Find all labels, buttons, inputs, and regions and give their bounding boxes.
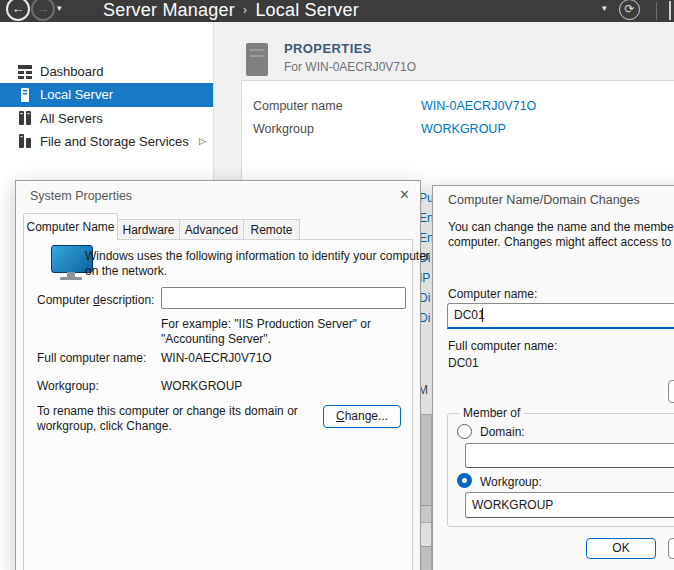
input-value: WORKGROUP [472, 498, 553, 512]
input-value: DC01 [454, 308, 485, 322]
nav-history-caret-icon[interactable]: ▾ [57, 3, 62, 13]
dialog-body-text: You can change the name and the membersh… [448, 220, 674, 234]
workgroup-input[interactable]: WORKGROUP [465, 492, 674, 518]
sidebar-item-label: File and Storage Services [40, 134, 189, 149]
computer-name-input[interactable]: DC01 [447, 303, 674, 329]
server-icon [17, 87, 33, 103]
clipped-value-link[interactable]: Di [419, 291, 433, 305]
sidebar-item-dashboard[interactable]: Dashboard [0, 60, 213, 83]
rename-hint-text: workgroup, click Change. [37, 419, 172, 433]
button-label: C [336, 409, 345, 423]
forward-arrow-icon: → [37, 1, 50, 16]
system-properties-dialog: System Properties ✕ Computer Name Hardwa… [15, 180, 421, 570]
dialog-info-text: on the network. [85, 264, 167, 278]
change-button[interactable]: Change... [323, 405, 401, 428]
tab-label: Advanced [185, 223, 238, 237]
computer-name-label: Computer name: [448, 287, 537, 301]
tab-label: Remote [250, 223, 292, 237]
properties-tile-icon [246, 43, 268, 76]
full-computer-name-label: Full computer name: [448, 339, 557, 353]
workgroup-radio-label: Workgroup: [480, 475, 542, 489]
sidebar-item-label: Dashboard [40, 64, 104, 79]
top-nav-bar: ← → ▾ Server Manager›Local Server ▾ ⟳ [0, 0, 674, 22]
workgroup-link[interactable]: WORKGROUP [421, 122, 506, 136]
clipped-value-link[interactable]: IP [419, 271, 433, 285]
clipped-value-link[interactable]: En [419, 211, 433, 225]
domain-radio-label: Domain: [480, 425, 525, 439]
clipped-value-link[interactable]: Pu [419, 191, 433, 205]
sidebar-item-file-storage-services[interactable]: File and Storage Services ▷ [0, 130, 213, 153]
button-label: hange... [345, 409, 388, 423]
sidebar-item-all-servers[interactable]: All Servers [0, 107, 213, 130]
breadcrumb: Server Manager›Local Server [103, 0, 359, 21]
domain-input[interactable] [465, 443, 674, 468]
servers-icon [17, 110, 33, 126]
tab-hardware[interactable]: Hardware [117, 219, 180, 241]
tab-computer-name[interactable]: Computer Name [23, 213, 118, 241]
toolbar-separator [656, 2, 657, 20]
manage-caret-icon[interactable]: ▾ [602, 3, 607, 13]
clipped-value-link[interactable]: Di [419, 311, 433, 325]
computer-description-input[interactable] [161, 287, 406, 309]
cancel-button-clipped[interactable] [668, 538, 674, 559]
dialog-title: System Properties [30, 189, 132, 203]
computer-name-link[interactable]: WIN-0AECRJ0V71O [421, 99, 536, 113]
ok-button[interactable]: OK [586, 538, 656, 559]
close-icon[interactable]: ✕ [399, 187, 410, 202]
full-computer-name-label: Full computer name: [37, 351, 146, 365]
expand-arrow-icon[interactable]: ▷ [199, 136, 206, 146]
breadcrumb-app-title: Server Manager [103, 0, 235, 20]
properties-subheading: For WIN-0AECRJ0V71O [284, 60, 416, 74]
rename-hint-text: To rename this computer or change its do… [37, 404, 298, 418]
description-example-text: "Accounting Server". [161, 332, 271, 346]
full-computer-name-value: WIN-0AECRJ0V71O [161, 351, 272, 365]
sidebar-item-label: All Servers [40, 111, 103, 126]
breadcrumb-page-title[interactable]: Local Server [255, 0, 358, 20]
more-button[interactable] [668, 380, 674, 403]
sidebar-item-local-server[interactable]: Local Server [0, 83, 213, 107]
workgroup-value: WORKGROUP [161, 379, 242, 393]
property-label: Computer name [253, 99, 343, 113]
properties-heading: PROPERTIES [284, 41, 372, 56]
text-cursor [482, 308, 483, 322]
sidebar-item-label: Local Server [40, 87, 113, 102]
tab-label: Computer Name [26, 220, 114, 234]
tab-advanced[interactable]: Advanced [179, 219, 244, 241]
forward-button[interactable]: → [31, 0, 55, 21]
tab-label: Hardware [122, 223, 174, 237]
dashboard-icon [17, 63, 33, 79]
notifications-flag-icon[interactable] [669, 1, 671, 20]
server-manager-window: ← → ▾ Server Manager›Local Server ▾ ⟳ Da… [0, 0, 674, 570]
computer-description-label: Computer description: [37, 293, 154, 307]
domain-radio[interactable] [457, 424, 472, 439]
full-computer-name-value: DC01 [448, 356, 479, 370]
back-arrow-icon: ← [12, 1, 25, 16]
tab-remote[interactable]: Remote [243, 219, 300, 241]
back-button[interactable]: ← [6, 0, 30, 21]
member-of-label: Member of [459, 406, 524, 420]
file-storage-icon [17, 133, 33, 149]
property-label: Workgroup [253, 122, 314, 136]
dialog-info-text: Windows uses the following information t… [85, 249, 430, 263]
clipped-value-link[interactable]: En [419, 231, 433, 245]
refresh-icon: ⟳ [624, 2, 634, 16]
dialog-title: Computer Name/Domain Changes [448, 193, 640, 207]
dialog-body-text: computer. Changes might affect access to… [448, 235, 674, 249]
description-example-text: For example: "IIS Production Server" or [161, 317, 371, 331]
workgroup-label: Workgroup: [37, 379, 99, 393]
computer-name-domain-changes-dialog: Computer Name/Domain Changes You can cha… [432, 185, 674, 570]
breadcrumb-separator-icon: › [235, 2, 256, 17]
refresh-button[interactable]: ⟳ [619, 0, 640, 20]
workgroup-radio[interactable] [457, 473, 472, 488]
button-label: OK [612, 541, 629, 555]
